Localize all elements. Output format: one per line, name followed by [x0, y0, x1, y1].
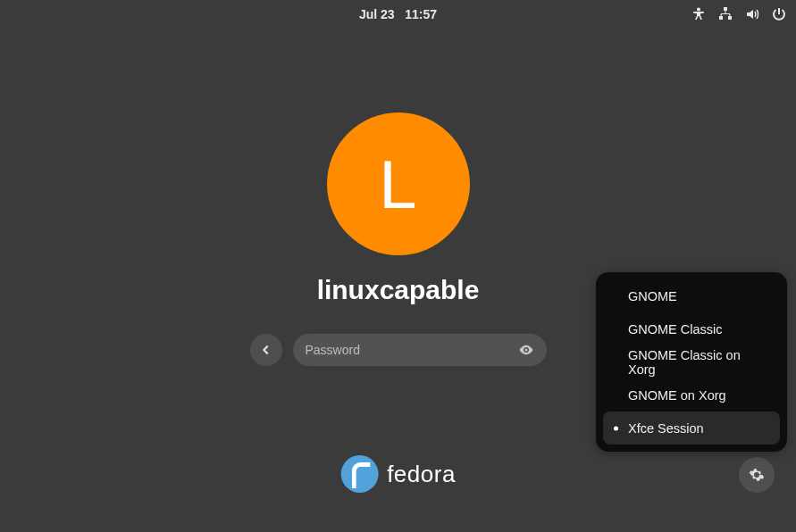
session-settings-button[interactable] — [739, 457, 775, 493]
session-label: GNOME — [628, 289, 677, 303]
clock-time: 11:57 — [405, 7, 437, 21]
svg-rect-4 — [721, 14, 722, 16]
gear-icon — [749, 467, 765, 483]
volume-icon[interactable] — [744, 6, 760, 22]
distro-branding: fedora — [340, 455, 456, 493]
clock-date: Jul 23 — [359, 7, 395, 21]
svg-rect-2 — [719, 16, 723, 20]
avatar-initial: L — [379, 145, 416, 223]
back-button[interactable] — [250, 334, 282, 366]
session-label: Xfce Session — [628, 421, 704, 436]
fedora-logo-icon — [340, 455, 378, 493]
network-icon[interactable] — [717, 6, 733, 22]
clock[interactable]: Jul 23 11:57 — [359, 7, 437, 21]
system-tray[interactable] — [691, 0, 787, 29]
session-item-gnome-classic[interactable]: GNOME Classic — [603, 312, 780, 345]
username-label: linuxcapable — [317, 275, 480, 305]
top-bar: Jul 23 11:57 — [0, 0, 796, 29]
svg-point-0 — [697, 8, 700, 12]
svg-rect-1 — [724, 7, 727, 11]
accessibility-icon[interactable] — [691, 6, 707, 22]
session-item-gnome[interactable]: GNOME — [603, 279, 780, 312]
password-row — [250, 334, 547, 366]
svg-rect-5 — [730, 14, 731, 16]
power-icon[interactable] — [771, 6, 787, 22]
login-panel: L linuxcapable — [250, 112, 547, 366]
user-avatar: L — [327, 112, 470, 255]
session-label: GNOME Classic on Xorg — [628, 348, 769, 377]
session-item-gnome-classic-xorg[interactable]: GNOME Classic on Xorg — [603, 345, 780, 378]
session-label: GNOME on Xorg — [628, 388, 726, 403]
session-item-xfce[interactable]: Xfce Session — [603, 411, 780, 445]
password-input[interactable] — [306, 343, 511, 357]
svg-point-6 — [524, 349, 527, 352]
password-field-wrap — [293, 334, 547, 366]
chevron-left-icon — [260, 344, 272, 356]
reveal-password-icon[interactable] — [518, 342, 534, 358]
session-label: GNOME Classic — [628, 322, 723, 337]
distro-name: fedora — [387, 461, 456, 488]
svg-rect-3 — [728, 16, 732, 20]
session-menu: GNOME GNOME Classic GNOME Classic on Xor… — [596, 272, 787, 452]
session-item-gnome-xorg[interactable]: GNOME on Xorg — [603, 378, 780, 411]
